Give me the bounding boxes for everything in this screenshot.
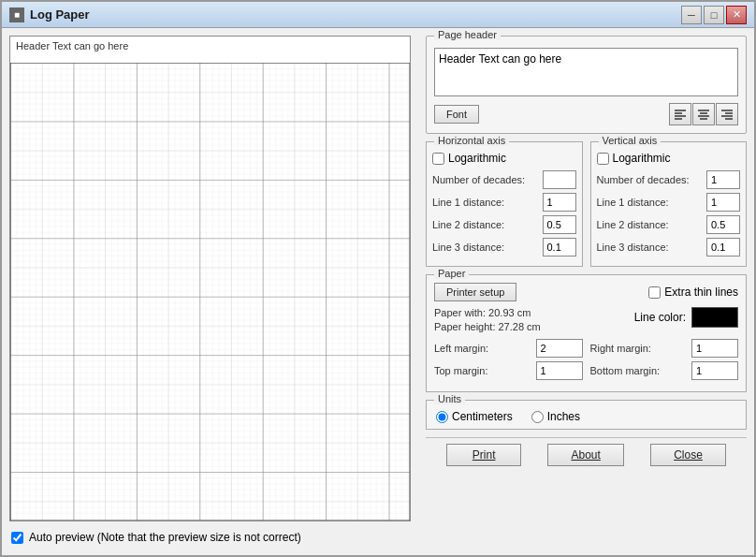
bottom-margin-label: Bottom margin: xyxy=(590,365,661,376)
v-line2-label: Line 2 distance: xyxy=(597,219,669,230)
font-row: Font xyxy=(434,103,738,125)
maximize-button[interactable]: □ xyxy=(704,6,724,24)
centimeters-row: Centimeters xyxy=(436,410,513,423)
h-logarithmic-checkbox[interactable] xyxy=(432,153,444,165)
v-line1-row: Line 1 distance: xyxy=(597,193,741,212)
top-margin-input[interactable] xyxy=(536,361,583,380)
axes-row: Horizontal axis Logarithmic Number of de… xyxy=(426,141,747,267)
extra-thin-row: Extra thin lines xyxy=(648,286,738,299)
v-line3-row: Line 3 distance: xyxy=(597,238,741,257)
paper-width-info: Paper with: 20.93 cm xyxy=(434,307,541,318)
h-decades-row: Number of decades: 1 xyxy=(432,170,576,189)
h-decades-input[interactable]: 1 xyxy=(543,170,576,189)
h-line1-input[interactable] xyxy=(543,193,576,212)
align-center-button[interactable] xyxy=(692,103,715,125)
left-panel: Header Text can go here xyxy=(2,28,418,555)
close-window-button[interactable]: ✕ xyxy=(726,6,747,24)
vertical-axis-title: Vertical axis xyxy=(599,135,662,146)
h-line3-label: Line 3 distance: xyxy=(432,242,504,253)
auto-preview-label: Auto preview (Note that the preview size… xyxy=(29,531,301,544)
print-button[interactable]: Print xyxy=(446,444,521,466)
preview-header-text: Header Text can go here xyxy=(10,37,410,53)
title-bar: ■ Log Paper ─ □ ✕ xyxy=(2,2,754,28)
v-decades-row: Number of decades: xyxy=(597,170,741,189)
vertical-axis-content: Logarithmic Number of decades: Line 1 di… xyxy=(597,152,741,257)
right-margin-input[interactable] xyxy=(691,339,738,358)
paper-dims: Paper with: 20.93 cm Paper height: 27.28… xyxy=(434,307,541,335)
h-logarithmic-label: Logarithmic xyxy=(448,152,506,165)
right-margin-row: Right margin: xyxy=(590,339,739,358)
window-controls: ─ □ ✕ xyxy=(681,6,747,24)
page-header-section: Header Text can go here Font xyxy=(434,48,738,125)
main-window: ■ Log Paper ─ □ ✕ Header Text can go her… xyxy=(0,0,756,557)
v-line1-label: Line 1 distance: xyxy=(597,197,669,208)
line-color-label: Line color: xyxy=(634,311,686,324)
close-button[interactable]: Close xyxy=(650,444,726,466)
h-line3-row: Line 3 distance: xyxy=(432,238,576,257)
page-header-title: Page header xyxy=(434,29,501,40)
extra-thin-checkbox[interactable] xyxy=(648,286,661,299)
v-decades-label: Number of decades: xyxy=(597,174,690,185)
header-text-input[interactable]: Header Text can go here xyxy=(434,48,738,96)
auto-preview-checkbox[interactable] xyxy=(11,532,23,544)
title-bar-left: ■ Log Paper xyxy=(9,7,90,22)
paper-height-info: Paper height: 27.28 cm xyxy=(434,321,541,332)
h-decades-label: Number of decades: xyxy=(432,174,525,185)
bottom-margin-row: Bottom margin: xyxy=(590,361,739,380)
window-title: Log Paper xyxy=(30,7,90,22)
right-panel: Page header Header Text can go here Font xyxy=(418,28,754,555)
h-logarithmic-row: Logarithmic xyxy=(432,152,576,165)
font-button[interactable]: Font xyxy=(434,105,479,124)
top-margin-row: Top margin: xyxy=(434,361,583,380)
page-header-group: Page header Header Text can go here Font xyxy=(426,36,747,134)
h-line2-label: Line 2 distance: xyxy=(432,219,504,230)
bottom-margin-input[interactable] xyxy=(691,361,738,380)
paper-top-row: Printer setup Extra thin lines xyxy=(434,283,738,301)
v-logarithmic-checkbox[interactable] xyxy=(597,153,609,165)
left-margin-label: Left margin: xyxy=(434,343,488,354)
vertical-axis-section: Vertical axis Logarithmic Number of deca… xyxy=(590,141,748,267)
centimeters-radio[interactable] xyxy=(436,411,448,423)
line-color-picker[interactable] xyxy=(691,307,738,328)
left-margin-row: Left margin: xyxy=(434,339,583,358)
units-row: Centimeters Inches xyxy=(436,410,736,423)
inches-label: Inches xyxy=(547,410,580,423)
left-margin-input[interactable] xyxy=(536,339,583,358)
paper-margins-row: Left margin: Top margin: Right margin: xyxy=(434,339,738,384)
paper-title: Paper xyxy=(434,268,469,279)
horizontal-axis-title: Horizontal axis xyxy=(434,135,509,146)
v-line3-input[interactable] xyxy=(706,238,740,257)
h-line1-row: Line 1 distance: xyxy=(432,193,576,212)
v-line3-label: Line 3 distance: xyxy=(597,242,669,253)
paper-section: Paper Printer setup Extra thin lines Pap… xyxy=(426,274,747,392)
h-line3-input[interactable] xyxy=(543,238,576,257)
about-button[interactable]: About xyxy=(547,444,623,466)
v-logarithmic-row: Logarithmic xyxy=(597,152,741,165)
line-color-row: Line color: xyxy=(634,307,738,328)
align-right-button[interactable] xyxy=(716,103,738,125)
minimize-button[interactable]: ─ xyxy=(681,6,702,24)
align-left-button[interactable] xyxy=(669,103,691,125)
inches-radio[interactable] xyxy=(531,411,544,423)
horizontal-axis-section: Horizontal axis Logarithmic Number of de… xyxy=(426,141,583,267)
units-title: Units xyxy=(434,393,465,404)
bottom-buttons: Print About Close xyxy=(426,437,747,472)
left-margin-col: Left margin: Top margin: xyxy=(434,339,583,384)
log-paper-grid xyxy=(10,63,410,520)
printer-setup-button[interactable]: Printer setup xyxy=(434,283,516,301)
v-line1-input[interactable] xyxy=(706,193,740,212)
auto-preview-row: Auto preview (Note that the preview size… xyxy=(9,527,411,548)
v-line2-input[interactable] xyxy=(706,215,740,234)
right-margin-label: Right margin: xyxy=(590,343,651,354)
top-margin-label: Top margin: xyxy=(434,365,487,376)
units-section: Units Centimeters Inches xyxy=(426,400,747,430)
align-buttons xyxy=(669,103,738,125)
app-icon: ■ xyxy=(9,7,24,22)
v-decades-input[interactable] xyxy=(706,170,740,189)
v-line2-row: Line 2 distance: xyxy=(597,215,741,234)
horizontal-axis-content: Logarithmic Number of decades: 1 Line 1 … xyxy=(432,152,576,257)
h-line1-label: Line 1 distance: xyxy=(432,197,504,208)
extra-thin-label: Extra thin lines xyxy=(664,286,738,299)
v-logarithmic-label: Logarithmic xyxy=(613,152,671,165)
h-line2-input[interactable] xyxy=(543,215,576,234)
